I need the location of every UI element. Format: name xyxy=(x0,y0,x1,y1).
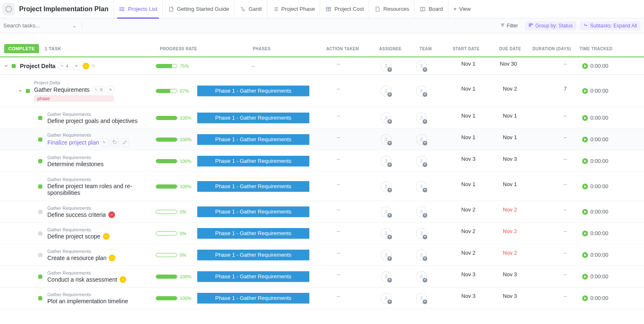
time-cell[interactable]: 0:00:00 xyxy=(571,86,612,96)
assignee-cell[interactable] xyxy=(367,113,405,123)
assignee-cell[interactable] xyxy=(367,250,405,260)
time-cell[interactable]: 0:00:00 xyxy=(571,271,612,282)
start-date[interactable]: Nov 1 xyxy=(438,181,480,192)
play-icon[interactable] xyxy=(582,88,588,94)
task-name[interactable]: Plot an implementation timeline xyxy=(47,298,128,304)
start-date[interactable]: Nov 1 xyxy=(438,113,480,123)
parent-crumb[interactable]: Gather Requirements xyxy=(47,227,110,232)
status-square[interactable] xyxy=(38,184,42,189)
task-row[interactable]: Gather RequirementsFinalize project plan… xyxy=(0,129,644,150)
subtask-count[interactable]: 9 xyxy=(92,86,105,93)
task-row[interactable]: Gather RequirementsDefine project scope−… xyxy=(0,223,644,244)
team-cell[interactable] xyxy=(405,113,438,123)
parent-crumb[interactable]: Gather Requirements xyxy=(47,249,115,254)
task-row[interactable]: Gather RequirementsDefine project team r… xyxy=(0,172,644,201)
action-cell[interactable]: – xyxy=(309,156,367,167)
task-row[interactable]: Gather RequirementsDefine project goals … xyxy=(0,107,644,129)
team-cell[interactable] xyxy=(405,228,438,239)
add-assignee-icon[interactable] xyxy=(381,113,392,123)
parent-crumb[interactable]: Gather Requirements xyxy=(47,133,129,137)
play-icon[interactable] xyxy=(582,231,588,236)
due-date[interactable]: Nov 1 xyxy=(480,181,521,192)
parent-crumb[interactable]: Project Delta xyxy=(34,80,114,85)
status-square[interactable] xyxy=(38,231,42,236)
add-assignee-icon[interactable] xyxy=(381,271,392,282)
phase-pill[interactable]: Phase 1 - Gather Requirements xyxy=(197,271,309,282)
add-assignee-icon[interactable] xyxy=(381,86,392,96)
task-row-gather[interactable]: Project Delta Gather Requirements 9 + ph… xyxy=(0,75,644,107)
start-date[interactable]: Nov 3 xyxy=(438,156,480,167)
time-cell[interactable]: 0:00:00 xyxy=(571,134,612,145)
play-icon[interactable] xyxy=(582,274,588,280)
duration-cell[interactable]: – xyxy=(521,134,571,145)
add-assignee-icon[interactable] xyxy=(381,250,392,260)
due-date[interactable]: Nov 2 xyxy=(480,86,521,96)
add-team-icon[interactable] xyxy=(416,134,427,145)
priority-icon[interactable]: − xyxy=(109,255,115,261)
duration-cell[interactable]: – xyxy=(521,228,571,239)
duration-cell[interactable]: – xyxy=(521,181,571,192)
status-square[interactable] xyxy=(26,89,30,93)
app-icon[interactable] xyxy=(2,3,15,15)
add-team-icon[interactable] xyxy=(416,293,427,304)
add-assignee-icon[interactable] xyxy=(381,134,392,145)
action-cell[interactable]: – xyxy=(309,86,367,96)
phase-empty[interactable]: – xyxy=(197,63,309,69)
task-name[interactable]: Finalize project plan xyxy=(47,139,99,146)
tab-project-cost[interactable]: Project Cost xyxy=(320,0,369,18)
due-date[interactable]: Nov 3 xyxy=(480,271,521,282)
priority-icon[interactable]: − xyxy=(103,233,110,240)
start-date[interactable]: Nov 2 xyxy=(438,206,480,217)
chevron-down-icon[interactable]: ⌄ xyxy=(72,22,77,29)
team-cell[interactable] xyxy=(405,86,438,96)
team-cell[interactable] xyxy=(405,206,438,217)
task-name[interactable]: Define success criteria xyxy=(47,211,106,218)
subtask-icon[interactable] xyxy=(101,138,109,147)
add-team-icon[interactable] xyxy=(416,156,427,167)
status-square[interactable] xyxy=(38,275,42,279)
start-date[interactable]: Nov 3 xyxy=(438,293,480,304)
due-date[interactable]: Nov 3 xyxy=(480,293,521,304)
assignee-cell[interactable] xyxy=(367,293,405,304)
add-team-icon[interactable] xyxy=(416,86,427,96)
col-team[interactable]: TEAM xyxy=(409,47,442,51)
tab-board[interactable]: Board xyxy=(414,0,448,18)
edit-icon[interactable] xyxy=(121,138,129,147)
play-icon[interactable] xyxy=(582,158,588,164)
duration-cell[interactable]: – xyxy=(521,250,571,260)
parent-crumb[interactable]: Gather Requirements xyxy=(47,206,115,211)
team-cell[interactable] xyxy=(405,134,438,145)
tab-project-phase[interactable]: Project Phase xyxy=(267,0,320,18)
task-name[interactable]: Define project team roles and re-sponsib… xyxy=(47,183,132,196)
status-square[interactable] xyxy=(38,253,42,257)
add-assignee-icon[interactable] xyxy=(381,181,392,192)
status-square[interactable] xyxy=(38,137,42,142)
due-date[interactable]: Nov 1 xyxy=(480,134,521,145)
priority-icon[interactable]: − xyxy=(120,276,126,283)
duration-cell[interactable]: – xyxy=(521,293,571,304)
task-row-project[interactable]: Project Delta 4 + − ≡ 75% – – Nov 1 Nov … xyxy=(0,56,644,75)
add-team-icon[interactable] xyxy=(416,113,427,123)
priority-icon[interactable]: − xyxy=(83,63,89,69)
add-assignee-icon[interactable] xyxy=(381,206,392,217)
due-date[interactable]: Nov 1 xyxy=(480,113,521,123)
time-cell[interactable]: 0:00:00 xyxy=(571,228,612,239)
phase-pill[interactable]: Phase 1 - Gather Requirements xyxy=(197,181,309,192)
duration-cell[interactable]: – xyxy=(521,61,571,71)
start-date[interactable]: Nov 2 xyxy=(438,250,480,260)
phase-pill[interactable]: Phase 1 - Gather Requirements xyxy=(197,250,309,260)
due-date[interactable]: Nov 2 xyxy=(480,250,521,260)
assignee-cell[interactable] xyxy=(367,228,405,239)
team-cell[interactable] xyxy=(405,293,438,304)
tab-getting-started[interactable]: Getting Started Guide xyxy=(162,0,234,18)
task-row[interactable]: Gather RequirementsDetermine milestones1… xyxy=(0,150,644,172)
phase-pill[interactable]: Phase 1 - Gather Requirements xyxy=(197,86,309,96)
start-date[interactable]: Nov 1 xyxy=(438,61,480,71)
col-due[interactable]: DUE DATE xyxy=(484,47,525,51)
time-cell[interactable]: 0:00:00 xyxy=(571,156,612,167)
due-date[interactable]: Nov 3 xyxy=(480,156,521,167)
col-phases[interactable]: PHASES xyxy=(201,47,313,51)
status-badge[interactable]: COMPLETE xyxy=(4,44,39,53)
phase-pill[interactable]: Phase 1 - Gather Requirements xyxy=(197,134,309,145)
time-cell[interactable]: 0:00:00 xyxy=(571,293,612,304)
